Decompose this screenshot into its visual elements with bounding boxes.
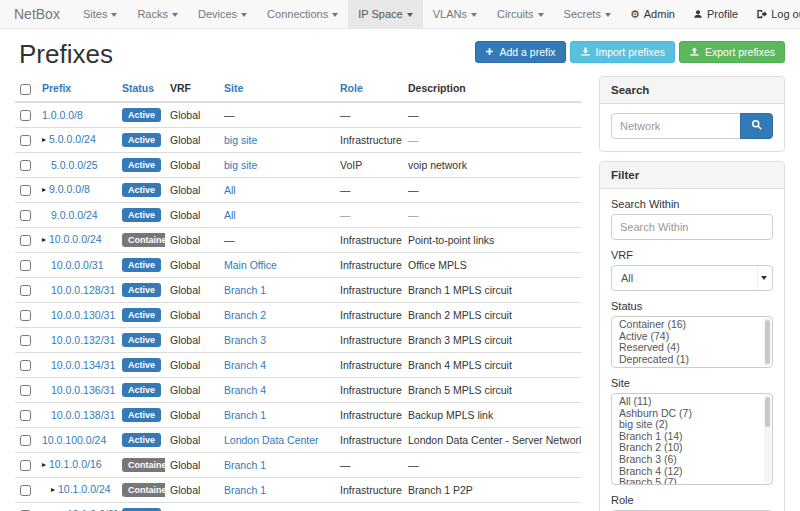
row-checkbox[interactable]	[20, 235, 31, 246]
row-checkbox[interactable]	[20, 285, 31, 296]
status-badge[interactable]: Active	[122, 133, 161, 147]
status-scrollbar[interactable]	[764, 318, 771, 366]
site-link[interactable]: Branch 2	[224, 309, 266, 321]
row-checkbox[interactable]	[20, 160, 31, 171]
row-checkbox[interactable]	[20, 385, 31, 396]
site-link[interactable]: Branch 1	[224, 284, 266, 296]
nav-item-vlans[interactable]: VLANs	[423, 0, 487, 28]
expand-arrow-icon[interactable]: ▸	[51, 485, 55, 494]
nav-item-devices[interactable]: Devices	[188, 0, 257, 28]
nav-item-secrets[interactable]: Secrets	[554, 0, 621, 28]
status-badge[interactable]: Active	[122, 258, 161, 272]
row-checkbox[interactable]	[20, 460, 31, 471]
prefix-link[interactable]: 10.1.0.0/16	[49, 458, 102, 470]
search-button[interactable]	[740, 113, 773, 139]
prefix-link[interactable]: 9.0.0.0/8	[49, 183, 90, 195]
prefix-link[interactable]: 10.0.0.138/31	[51, 409, 115, 421]
site-listbox[interactable]: All (11)Ashburn DC (7)big site (2)Branch…	[611, 393, 773, 485]
column-header-status[interactable]: Status	[117, 76, 165, 102]
expand-arrow-icon[interactable]: ▸	[42, 185, 46, 194]
row-checkbox[interactable]	[20, 360, 31, 371]
site-link[interactable]: big site	[224, 159, 257, 171]
site-link[interactable]: Branch 1	[224, 409, 266, 421]
prefix-link[interactable]: 10.0.0.0/24	[49, 233, 102, 245]
row-checkbox[interactable]	[20, 335, 31, 346]
site-link[interactable]: All	[224, 209, 236, 221]
column-header-site[interactable]: Site	[219, 76, 335, 102]
prefix-link[interactable]: 10.0.0.130/31	[51, 309, 115, 321]
site-link[interactable]: Main Office	[224, 259, 277, 271]
search-input[interactable]	[611, 113, 741, 139]
expand-arrow-icon[interactable]: ▸	[42, 235, 46, 244]
site-option[interactable]: Branch 5 (7)	[612, 477, 763, 485]
prefix-link[interactable]: 10.0.100.0/24	[42, 434, 106, 446]
status-badge[interactable]: Container	[122, 483, 165, 497]
status-option[interactable]: Container (16)	[612, 319, 763, 331]
status-badge[interactable]: Active	[122, 308, 161, 322]
site-link[interactable]: All	[224, 184, 236, 196]
prefix-link[interactable]: 10.0.0.136/31	[51, 384, 115, 396]
import-prefixes-button[interactable]: Import prefixes	[570, 41, 675, 63]
status-badge[interactable]: Active	[122, 108, 161, 122]
row-checkbox[interactable]	[20, 110, 31, 121]
search-within-input[interactable]	[611, 214, 773, 240]
nav-item-log-out[interactable]: Log out	[747, 0, 800, 28]
nav-item-profile[interactable]: Profile	[684, 0, 747, 28]
prefix-link[interactable]: 10.0.0.132/31	[51, 334, 115, 346]
expand-arrow-icon[interactable]: ▸	[42, 135, 46, 144]
status-badge[interactable]: Active	[122, 358, 161, 372]
row-checkbox[interactable]	[20, 435, 31, 446]
status-badge[interactable]: Active	[122, 433, 161, 447]
site-link[interactable]: Branch 4	[224, 384, 266, 396]
column-header-role[interactable]: Role	[335, 76, 403, 102]
prefix-link[interactable]: 5.0.0.0/25	[51, 159, 98, 171]
nav-item-ip-space[interactable]: IP Space	[348, 0, 422, 28]
prefix-link[interactable]: 10.0.0.128/31	[51, 284, 115, 296]
site-scrollbar[interactable]	[764, 395, 771, 483]
row-checkbox[interactable]	[20, 260, 31, 271]
row-checkbox[interactable]	[20, 135, 31, 146]
status-badge[interactable]: Active	[122, 283, 161, 297]
status-badge[interactable]: Active	[122, 383, 161, 397]
status-badge[interactable]: Active	[122, 158, 161, 172]
site-option[interactable]: All (11)	[612, 396, 763, 408]
nav-item-sites[interactable]: Sites	[73, 0, 127, 28]
status-badge[interactable]: Container	[122, 233, 165, 247]
netbox-brand[interactable]: NetBox	[0, 0, 73, 28]
nav-item-admin[interactable]: ⚙Admin	[621, 0, 684, 28]
site-link[interactable]: Branch 4	[224, 359, 266, 371]
select-all-checkbox[interactable]	[20, 84, 31, 95]
expand-arrow-icon[interactable]: ▸	[42, 460, 46, 469]
prefix-link[interactable]: 9.0.0.0/24	[51, 209, 98, 221]
row-checkbox[interactable]	[20, 310, 31, 321]
prefix-link[interactable]: 10.1.0.0/24	[58, 483, 111, 495]
column-header-prefix[interactable]: Prefix	[37, 76, 117, 102]
site-link[interactable]: Branch 1	[224, 484, 266, 496]
row-checkbox[interactable]	[20, 410, 31, 421]
row-checkbox[interactable]	[20, 210, 31, 221]
prefix-link[interactable]: 1.0.0.0/8	[42, 109, 83, 121]
status-badge[interactable]: Container	[122, 458, 165, 472]
scrollbar-thumb[interactable]	[765, 397, 770, 427]
prefix-link[interactable]: 10.0.0.0/31	[51, 259, 104, 271]
row-checkbox[interactable]	[20, 185, 31, 196]
nav-item-connections[interactable]: Connections	[257, 0, 348, 28]
site-option[interactable]: Branch 3 (6)	[612, 454, 763, 466]
scrollbar-thumb[interactable]	[765, 320, 770, 364]
site-link[interactable]: big site	[224, 134, 257, 146]
vrf-select[interactable]: All	[611, 265, 773, 291]
status-badge[interactable]: Active	[122, 408, 161, 422]
add-a-prefix-button[interactable]: Add a prefix	[475, 41, 565, 63]
site-link[interactable]: Branch 3	[224, 334, 266, 346]
export-prefixes-button[interactable]: Export prefixes	[679, 41, 785, 63]
nav-item-circuits[interactable]: Circuits	[487, 0, 554, 28]
status-badge[interactable]: Active	[122, 183, 161, 197]
status-listbox[interactable]: Container (16)Active (74)Reserved (4)Dep…	[611, 316, 773, 368]
site-link[interactable]: Branch 1	[224, 459, 266, 471]
status-option[interactable]: Deprecated (1)	[612, 354, 763, 366]
prefix-link[interactable]: 10.0.0.134/31	[51, 359, 115, 371]
status-badge[interactable]: Active	[122, 208, 161, 222]
status-badge[interactable]: Active	[122, 333, 161, 347]
prefix-link[interactable]: 5.0.0.0/24	[49, 133, 96, 145]
row-checkbox[interactable]	[20, 485, 31, 496]
